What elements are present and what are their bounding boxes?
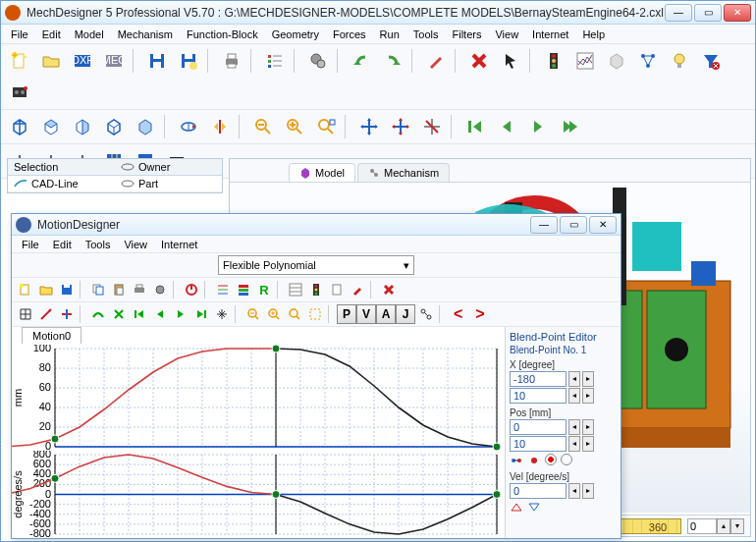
menu-run[interactable]: Run [374, 27, 405, 42]
prev-blend-button[interactable]: < [448, 305, 468, 323]
wireframe-iso-button[interactable] [99, 112, 129, 141]
motion-type-select[interactable]: Flexible Polynomial ▾ [218, 255, 414, 275]
zoom-out-button[interactable] [248, 112, 278, 141]
bp-x-step-dec[interactable]: ◂ [568, 388, 580, 404]
link-nodes-button[interactable] [633, 46, 663, 76]
wireframe-front-button[interactable] [5, 112, 34, 141]
menu-internet[interactable]: Internet [526, 27, 574, 42]
frame-up-button[interactable]: ▴ [717, 518, 730, 534]
pan-both-button[interactable] [354, 112, 384, 141]
bp-vel-inc[interactable]: ▸ [582, 483, 594, 499]
md-list-button[interactable] [213, 280, 233, 299]
link-start-icon[interactable] [510, 454, 523, 467]
frame-stepper[interactable]: ▴ ▾ [687, 518, 744, 534]
chart-1[interactable]: -800-600-400-2000200400600800degrees/s [12, 451, 503, 538]
pan-cross-button[interactable] [386, 112, 415, 141]
md-traffic2-button[interactable] [306, 280, 326, 299]
md-stack-button[interactable] [234, 280, 253, 299]
record-button[interactable] [5, 78, 34, 107]
vel-link-start-icon[interactable] [510, 501, 523, 515]
bulb-hint-button[interactable] [665, 46, 694, 76]
a-button[interactable]: A [376, 304, 396, 324]
bp-x-inc[interactable]: ▸ [582, 371, 594, 387]
import-dxf-button[interactable]: DXF [68, 46, 97, 76]
md-last-green-button[interactable] [191, 304, 211, 324]
menu-geometry[interactable]: Geometry [266, 27, 325, 42]
bp-x-step-input[interactable] [510, 388, 567, 404]
md-settings-button[interactable] [150, 280, 170, 299]
undo-button[interactable] [347, 46, 376, 76]
wireframe-top-button[interactable] [36, 112, 66, 141]
md-paste-button[interactable] [109, 280, 129, 299]
minimize-button[interactable]: — [665, 4, 692, 22]
md-grid-button[interactable] [16, 304, 35, 324]
md-power-button[interactable] [182, 280, 201, 299]
md-cross-hash-button[interactable] [212, 304, 232, 324]
pointer-tool-button[interactable] [496, 46, 525, 76]
md-multichart-button[interactable] [286, 280, 305, 299]
md-vec-x-button[interactable] [57, 304, 77, 324]
chart-0[interactable]: 020406080100mm [12, 345, 503, 451]
j-button[interactable]: J [396, 304, 415, 324]
menu-forces[interactable]: Forces [327, 27, 372, 42]
bp-pos-input[interactable] [510, 419, 567, 435]
md-zoom-in2-button[interactable] [264, 304, 284, 324]
reflect-view-button[interactable] [205, 112, 235, 141]
md-zoom-fit2-button[interactable] [285, 304, 304, 324]
md-link-party-button[interactable] [416, 304, 436, 324]
frame-input[interactable] [687, 518, 717, 534]
zoom-fit-button[interactable] [311, 112, 341, 141]
maximize-button[interactable]: ▭ [694, 4, 722, 22]
list-view-button[interactable] [260, 46, 290, 76]
next-blend-button[interactable]: > [469, 305, 490, 323]
md-zoom-region-button[interactable] [305, 304, 325, 324]
bp-pos-step-input[interactable] [510, 436, 567, 452]
md-new-button[interactable] [16, 280, 35, 299]
save-button[interactable] [142, 46, 172, 76]
bp-radio-2[interactable] [561, 454, 572, 465]
step-first-button[interactable] [460, 112, 490, 141]
delete-button[interactable] [464, 46, 494, 76]
bp-radio-1[interactable] [545, 454, 557, 465]
menu-help[interactable]: Help [576, 27, 611, 42]
frame-down-button[interactable]: ▾ [730, 518, 744, 534]
menu-mechanism[interactable]: Mechanism [112, 27, 179, 42]
tab-mechanism[interactable]: Mechanism [357, 163, 450, 182]
md-close-button[interactable]: ✕ [589, 216, 617, 234]
save-as-button[interactable] [174, 46, 203, 76]
menu-file[interactable]: File [5, 27, 34, 42]
bp-pos-step-inc[interactable]: ▸ [582, 436, 594, 452]
md-maximize-button[interactable]: ▭ [560, 216, 587, 234]
bp-pos-inc[interactable]: ▸ [582, 419, 594, 435]
bp-pos-dec[interactable]: ◂ [568, 419, 580, 435]
md-zoom-out2-button[interactable] [243, 304, 263, 324]
selection-row[interactable]: CAD-Line Part [8, 176, 222, 192]
md-print2-button[interactable] [130, 280, 149, 299]
menu-tools[interactable]: Tools [407, 27, 445, 42]
md-menu-edit[interactable]: Edit [47, 237, 78, 252]
bp-x-input[interactable] [510, 371, 567, 387]
bp-vel-input[interactable] [510, 483, 567, 499]
zoom-in-button[interactable] [280, 112, 309, 141]
md-r-button[interactable]: R [254, 280, 274, 299]
md-x-green-button[interactable] [109, 304, 129, 324]
md-menu-view[interactable]: View [118, 237, 153, 252]
link-end-icon[interactable] [527, 454, 541, 467]
pan-none-button[interactable] [417, 112, 447, 141]
md-delete-button[interactable] [379, 280, 399, 299]
menu-filters[interactable]: Filters [446, 27, 487, 42]
bp-x-step-inc[interactable]: ▸ [582, 388, 594, 404]
p-button[interactable]: P [337, 304, 356, 324]
vel-link-end-icon[interactable] [527, 501, 541, 515]
filter-off-button[interactable] [696, 46, 726, 76]
motion-tab[interactable]: Motion0 [22, 327, 81, 344]
close-button[interactable]: ✕ [724, 4, 751, 22]
md-fwd-green-button[interactable] [171, 304, 190, 324]
menu-function-block[interactable]: Function-Block [181, 27, 264, 42]
bp-pos-step-dec[interactable]: ◂ [568, 436, 580, 452]
md-save-button[interactable] [57, 280, 77, 299]
redo-button[interactable] [378, 46, 407, 76]
rotate-view-button[interactable] [174, 112, 203, 141]
mechanism-icon-button[interactable]: MEC [99, 46, 129, 76]
menu-edit[interactable]: Edit [36, 27, 67, 42]
